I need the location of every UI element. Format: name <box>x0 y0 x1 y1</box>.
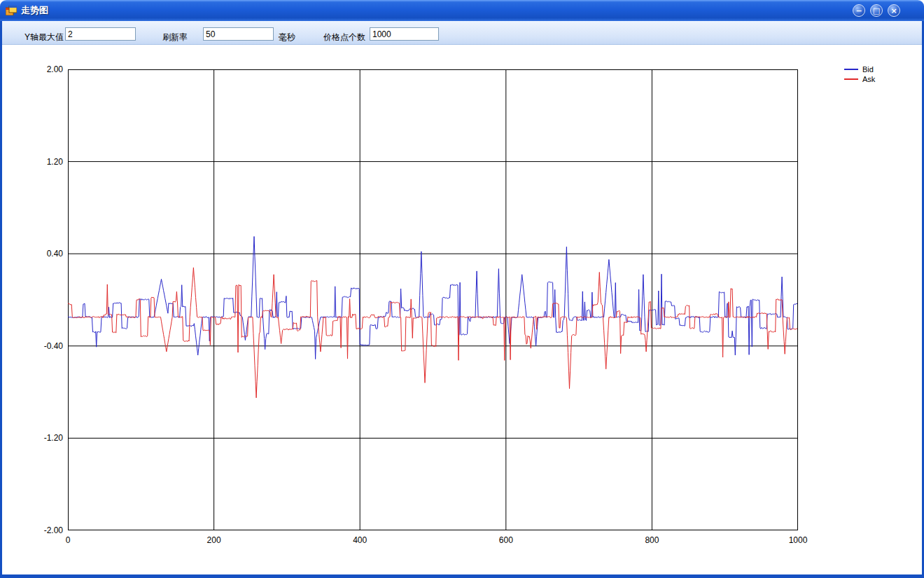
legend: Bid Ask <box>844 64 875 84</box>
y-tick-label: -1.20 <box>13 433 63 443</box>
chart-area: Bid Ask 2.001.200.40-0.40-1.20-2.0002004… <box>0 0 924 578</box>
y-tick-label: -0.40 <box>13 341 63 351</box>
x-tick-label: 800 <box>632 535 671 545</box>
y-tick-label: 1.20 <box>13 157 63 167</box>
legend-label-bid: Bid <box>862 65 874 74</box>
x-tick-label: 1000 <box>778 535 818 545</box>
ask-line-swatch <box>844 78 858 80</box>
legend-label-ask: Ask <box>862 75 875 83</box>
legend-item-ask: Ask <box>844 74 875 84</box>
legend-item-bid: Bid <box>844 64 875 74</box>
x-tick-label: 200 <box>195 535 234 545</box>
y-tick-label: 2.00 <box>13 64 63 74</box>
x-tick-label: 600 <box>486 535 526 545</box>
chart-plot <box>68 69 798 530</box>
bid-line-swatch <box>844 69 858 70</box>
x-tick-label: 0 <box>48 535 88 545</box>
x-tick-label: 400 <box>340 535 379 545</box>
y-tick-label: 0.40 <box>13 249 63 259</box>
y-tick-label: -2.00 <box>13 525 63 535</box>
